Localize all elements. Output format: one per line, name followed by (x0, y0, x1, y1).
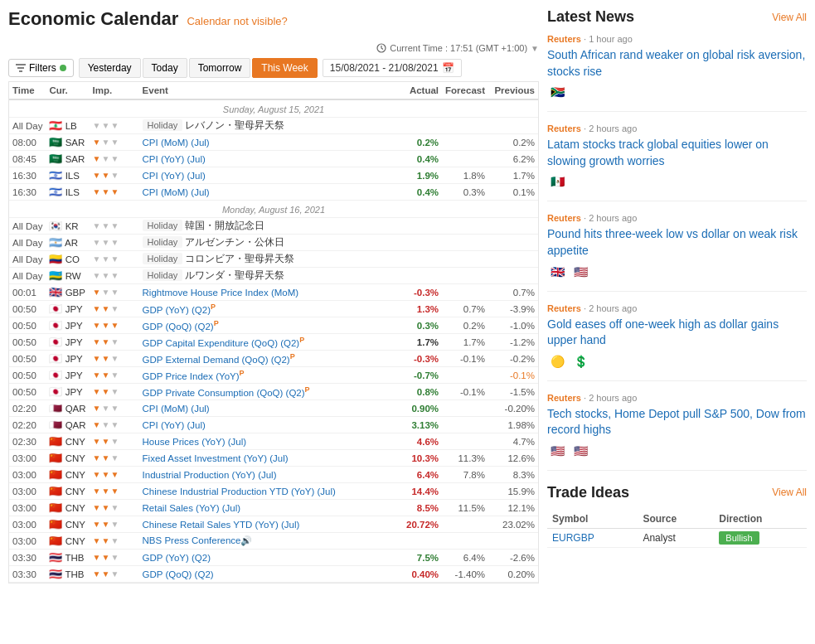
preliminary-marker: P (299, 338, 304, 344)
importance-arrow-1: ▼ (93, 520, 101, 529)
news-headline[interactable]: Gold eases off one-week high as dollar g… (547, 317, 807, 349)
event-time: 00:50 (9, 351, 46, 367)
actual-value: 0.90% (396, 400, 442, 417)
importance: ▼▼▼ (90, 450, 139, 467)
forecast-value: -1.40% (442, 566, 488, 583)
importance: ▼▼▼ (90, 134, 139, 151)
event-time: All Day (9, 218, 46, 235)
event-link[interactable]: Fixed Asset Investment (YoY) (Jul) (143, 453, 289, 463)
news-item: Reuters · 2 hours ago Gold eases off one… (547, 303, 807, 381)
forecast-value: -0.1% (442, 351, 488, 367)
event-link[interactable]: GDP (YoY) (Q2)P (143, 305, 216, 315)
event-link[interactable]: CPI (MoM) (Jul) (143, 138, 210, 148)
event-cell: Chinese Industrial Production YTD (YoY) … (139, 483, 397, 500)
event-link[interactable]: GDP (QoQ) (Q2)P (143, 322, 219, 332)
calendar-picker-icon[interactable]: 📅 (442, 62, 454, 74)
table-row: All Day 🇱🇧 LB ▼▼▼ Holiday レバノン・聖母昇天祭 (9, 118, 538, 134)
actual-value: 1.3% (396, 301, 442, 317)
previous-value: -0.20% (488, 400, 538, 417)
trade-symbol[interactable]: EURGBP (547, 528, 638, 547)
news-headline[interactable]: Latam stocks track global equities lower… (547, 137, 807, 169)
forecast-value (442, 483, 488, 500)
holiday-badge: Holiday (143, 269, 183, 281)
importance-arrow-1: ▼ (93, 420, 101, 429)
trade-ideas-view-all[interactable]: View All (772, 487, 807, 498)
event-link[interactable]: GDP (YoY) (Q2) (143, 553, 211, 563)
dropdown-arrow[interactable]: ▼ (531, 44, 539, 53)
event-link[interactable]: CPI (MoM) (Jul) (143, 404, 210, 414)
event-link[interactable]: CPI (MoM) (Jul) (143, 187, 210, 197)
importance: ▼▼▼ (90, 433, 139, 450)
currency-flag: 🇮🇱 ILS (46, 167, 89, 184)
currency-flag: 🇸🇦 SAR (46, 134, 89, 151)
importance: ▼▼▼ (90, 184, 139, 201)
event-link[interactable]: CPI (YoY) (Jul) (143, 420, 206, 430)
event-link[interactable]: GDP Private Consumption (QoQ) (Q2)P (143, 388, 310, 398)
importance-arrow-2: ▼ (101, 321, 109, 330)
event-link[interactable]: GDP External Demand (QoQ) (Q2)P (143, 355, 295, 365)
event-cell: GDP (QoQ) (Q2) (139, 566, 397, 583)
event-link[interactable]: Industrial Production (YoY) (Jul) (143, 470, 277, 480)
table-row: 00:50 🇯🇵 JPY ▼▼▼ GDP Private Consumption… (9, 384, 538, 400)
date-range: 15/08/2021 - 21/08/2021 📅 (323, 59, 462, 77)
news-view-all[interactable]: View All (772, 12, 807, 23)
nav-today[interactable]: Today (143, 58, 187, 78)
event-cell: Holiday ルワンダ・聖母昇天祭 (139, 268, 397, 284)
event-link[interactable]: GDP (QoQ) (Q2) (143, 569, 214, 579)
event-link[interactable]: GDP Capital Expenditure (QoQ) (Q2)P (143, 338, 305, 348)
nav-row: Filters Yesterday Today Tomorrow This We… (8, 58, 539, 78)
event-link[interactable]: Retail Sales (YoY) (Jul) (143, 503, 240, 513)
previous-value: -1.2% (488, 334, 538, 351)
table-row: 08:45 🇸🇦 SAR ▼▼▼ CPI (YoY) (Jul) 0.4% 6.… (9, 151, 538, 167)
importance-arrow-3: ▼ (110, 254, 119, 264)
event-link[interactable]: CPI (YoY) (Jul) (143, 171, 206, 181)
nav-this-week[interactable]: This Week (252, 58, 317, 78)
forecast-value: 6.4% (442, 550, 488, 566)
filter-button[interactable]: Filters (8, 59, 74, 77)
actual-value: 1.9% (396, 167, 442, 184)
importance-arrow-3: ▼ (110, 404, 119, 413)
nav-yesterday[interactable]: Yesterday (79, 58, 141, 78)
previous-value: -1.5% (488, 384, 538, 400)
news-item: Reuters · 2 hours ago Latam stocks track… (547, 123, 807, 201)
news-headline[interactable]: Tech stocks, Home Depot pull S&P 500, Do… (547, 406, 807, 438)
table-row: 03:00 🇨🇳 CNY ▼▼▼ Chinese Retail Sales YT… (9, 516, 538, 533)
forecast-value (442, 251, 488, 268)
news-headline[interactable]: Pound hits three-week low vs dollar on w… (547, 226, 807, 259)
importance: ▼▼▼ (90, 284, 139, 301)
currency-flag: 🇨🇳 CNY (46, 433, 89, 450)
actual-value: 0.3% (396, 317, 442, 334)
preliminary-marker: P (214, 322, 219, 327)
event-link[interactable]: GDP Price Index (YoY)P (143, 371, 245, 381)
news-flags: 🟡💲 (547, 354, 807, 369)
event-cell: CPI (MoM) (Jul) (139, 134, 397, 151)
event-link[interactable]: CPI (YoY) (Jul) (143, 154, 206, 164)
event-link[interactable]: Rightmove House Price Index (MoM) (143, 288, 299, 298)
importance-arrow-1: ▼ (93, 288, 101, 297)
trade-col-symbol: Symbol (547, 510, 638, 529)
previous-value: -0.1% (488, 367, 538, 384)
event-link[interactable]: House Prices (YoY) (Jul) (143, 437, 246, 447)
forecast-value (442, 400, 488, 417)
event-link[interactable]: NBS Press Conference (143, 535, 241, 545)
forecast-value (442, 284, 488, 301)
nav-buttons: Yesterday Today Tomorrow This Week (79, 58, 318, 78)
calendar-scroll-container[interactable]: Time Cur. Imp. Event Actual Forecast Pre… (8, 81, 539, 583)
importance-arrow-1: ▼ (93, 321, 101, 330)
currency-flag: 🇦🇷 AR (46, 235, 89, 251)
event-cell: House Prices (YoY) (Jul) (139, 433, 397, 450)
importance-arrow-1: ▼ (93, 138, 101, 147)
news-agency: Reuters (547, 34, 581, 44)
nav-tomorrow[interactable]: Tomorrow (189, 58, 251, 78)
importance-arrow-1: ▼ (93, 404, 101, 413)
importance-arrow-3: ▼ (110, 503, 119, 512)
importance-arrow-3: ▼ (110, 536, 119, 545)
event-link[interactable]: Chinese Retail Sales YTD (YoY) (Jul) (143, 520, 300, 530)
event-link[interactable]: Chinese Industrial Production YTD (YoY) … (143, 487, 336, 496)
trade-row: EURGBP Analyst Bullish (547, 528, 807, 547)
importance-arrow-2: ▼ (101, 154, 109, 163)
news-container: Reuters · 1 hour ago South African rand … (547, 34, 807, 471)
news-headline[interactable]: South African rand weaker on global risk… (547, 47, 807, 80)
calendar-not-visible-link[interactable]: Calendar not visible? (187, 15, 287, 27)
preliminary-marker: P (305, 388, 310, 394)
